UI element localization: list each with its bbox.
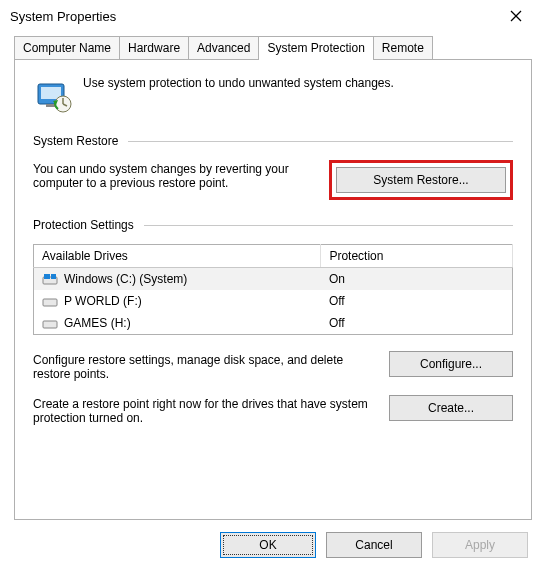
- close-button[interactable]: [496, 2, 536, 30]
- configure-button[interactable]: Configure...: [389, 351, 513, 377]
- system-restore-heading: System Restore: [33, 134, 118, 148]
- drive-name: P WORLD (F:): [64, 294, 142, 308]
- drive-icon: [42, 294, 58, 308]
- titlebar: System Properties: [0, 0, 546, 32]
- tab-computer-name[interactable]: Computer Name: [14, 36, 120, 59]
- col-header-drive[interactable]: Available Drives: [34, 245, 321, 268]
- ok-button[interactable]: OK: [220, 532, 316, 558]
- divider: [128, 141, 513, 142]
- svg-rect-12: [43, 299, 57, 306]
- create-button[interactable]: Create...: [389, 395, 513, 421]
- system-restore-group: System Restore You can undo system chang…: [33, 134, 513, 200]
- drive-icon: [42, 272, 58, 286]
- drive-name: GAMES (H:): [64, 316, 131, 330]
- tab-panel-system-protection: Use system protection to undo unwanted s…: [14, 59, 532, 520]
- tab-advanced[interactable]: Advanced: [188, 36, 259, 59]
- cancel-button[interactable]: Cancel: [326, 532, 422, 558]
- tab-strip: Computer Name Hardware Advanced System P…: [14, 36, 532, 59]
- configure-text: Configure restore settings, manage disk …: [33, 351, 375, 381]
- drive-status: On: [321, 268, 513, 291]
- close-icon: [510, 10, 522, 22]
- tab-remote[interactable]: Remote: [373, 36, 433, 59]
- svg-rect-13: [43, 321, 57, 328]
- tab-hardware[interactable]: Hardware: [119, 36, 189, 59]
- svg-rect-10: [44, 274, 50, 279]
- svg-rect-11: [51, 274, 56, 279]
- create-text: Create a restore point right now for the…: [33, 395, 375, 425]
- window-title: System Properties: [10, 9, 496, 24]
- intro-row: Use system protection to undo unwanted s…: [33, 76, 513, 116]
- intro-text: Use system protection to undo unwanted s…: [83, 76, 394, 90]
- table-row[interactable]: GAMES (H:) Off: [34, 312, 513, 335]
- system-properties-dialog: System Properties Computer Name Hardware…: [0, 0, 546, 572]
- drive-status: Off: [321, 312, 513, 335]
- drive-table: Available Drives Protection: [33, 244, 513, 335]
- table-row[interactable]: P WORLD (F:) Off: [34, 290, 513, 312]
- highlight-box: System Restore...: [329, 160, 513, 200]
- protection-settings-group: Protection Settings Available Drives Pro…: [33, 218, 513, 425]
- col-header-status[interactable]: Protection: [321, 245, 513, 268]
- system-protection-icon: [33, 76, 73, 116]
- divider: [144, 225, 513, 226]
- drive-name: Windows (C:) (System): [64, 272, 187, 286]
- protection-settings-heading: Protection Settings: [33, 218, 134, 232]
- system-restore-button[interactable]: System Restore...: [336, 167, 506, 193]
- system-restore-text: You can undo system changes by reverting…: [33, 160, 315, 190]
- drive-icon: [42, 316, 58, 330]
- apply-button[interactable]: Apply: [432, 532, 528, 558]
- dialog-footer: OK Cancel Apply: [0, 520, 546, 572]
- dialog-body: Computer Name Hardware Advanced System P…: [0, 32, 546, 520]
- table-row[interactable]: Windows (C:) (System) On: [34, 268, 513, 291]
- tab-system-protection[interactable]: System Protection: [258, 36, 373, 60]
- drive-status: Off: [321, 290, 513, 312]
